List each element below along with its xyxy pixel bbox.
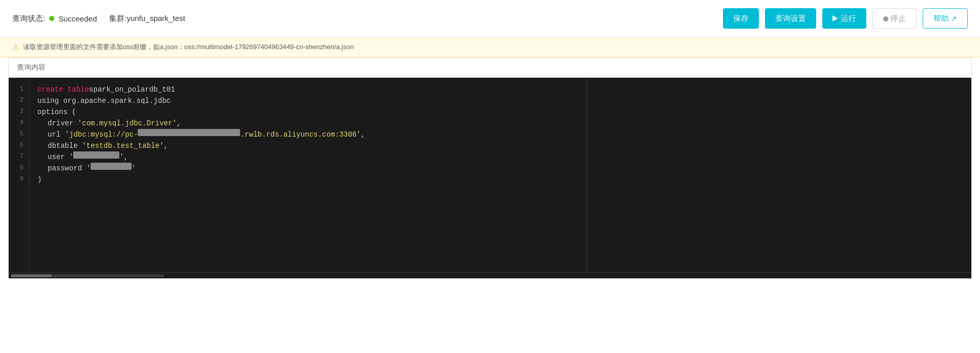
- run-icon: [833, 15, 838, 21]
- stop-icon: [883, 16, 888, 21]
- toolbar-buttons: 保存 查询设置 运行 停止 帮助 ↗: [723, 8, 968, 29]
- code-line-1: create table spark_on_polardb_t01: [37, 84, 586, 95]
- query-settings-button[interactable]: 查询设置: [765, 8, 816, 29]
- code-line-3: options (: [37, 106, 586, 118]
- status-label: 查询状态:: [12, 14, 45, 24]
- line-num-8: 8: [9, 163, 29, 174]
- close-paren: ): [37, 174, 41, 185]
- external-link-icon: ↗: [951, 14, 957, 23]
- line-num-4: 4: [9, 118, 29, 129]
- code-content[interactable]: create table spark_on_polardb_t01 using …: [29, 78, 586, 272]
- status-text: Succeeded: [58, 14, 97, 23]
- code-editor[interactable]: 1 2 3 4 5 6 7 8 9 create: [9, 78, 971, 272]
- line-num-9: 9: [9, 174, 29, 185]
- driver-key: driver: [48, 118, 73, 129]
- user-key: user: [48, 151, 65, 163]
- keyword-create: create: [37, 84, 63, 95]
- driver-val: 'com.mysql.jdbc.Driver': [78, 118, 177, 129]
- page-container: 查询状态: Succeeded 集群:yunfu_spark_test 保存 查…: [0, 0, 980, 353]
- editor-right-panel: [586, 78, 971, 272]
- warning-icon: ⚠: [12, 42, 19, 52]
- password-key: password: [48, 163, 82, 174]
- code-line-2: using org.apache.spark.sql.jdbc: [37, 95, 586, 106]
- cluster-text: 集群:yunfu_spark_test: [109, 14, 185, 24]
- dbtable-val: 'testdb.test_table': [82, 140, 164, 151]
- help-button[interactable]: 帮助 ↗: [923, 8, 968, 29]
- table-name: spark_on_polardb_t01: [89, 84, 175, 95]
- line2-text: using org.apache.spark.sql.jdbc: [37, 95, 171, 106]
- url-redacted: [138, 129, 240, 136]
- scrollbar-track[interactable]: [11, 274, 164, 277]
- line-num-1: 1: [9, 84, 29, 95]
- code-line-8: password ' ': [37, 163, 586, 174]
- status-dot: [49, 16, 54, 21]
- dbtable-key: dbtable: [48, 140, 78, 151]
- keyword-table: table: [68, 84, 89, 95]
- code-line-7: user ' ' ,: [37, 151, 586, 163]
- url-val-post: .rwlb.rds.aliyuncs.com:3306': [240, 129, 360, 140]
- editor-title-bar: 查询内容: [9, 58, 971, 78]
- line-num-5: 5: [9, 129, 29, 140]
- url-key: url: [48, 129, 60, 140]
- save-button[interactable]: 保存: [723, 8, 759, 29]
- warning-bar: ⚠ 读取资源管理里面的文件需要添加oss前缀，如a.json：oss://mul…: [0, 37, 980, 57]
- line-numbers: 1 2 3 4 5 6 7 8 9: [9, 78, 29, 272]
- password-redacted: [91, 163, 132, 170]
- editor-wrapper: 查询内容 1 2 3 4 5 6 7 8 9: [8, 57, 972, 279]
- stop-label: 停止: [890, 14, 906, 23]
- line-num-2: 2: [9, 95, 29, 106]
- space-1: [63, 84, 67, 95]
- code-line-9: ): [37, 174, 586, 185]
- line-num-7: 7: [9, 151, 29, 163]
- stop-button[interactable]: 停止: [872, 8, 917, 29]
- url-val-pre: 'jdbc:mysql://pc-: [65, 129, 138, 140]
- run-label: 运行: [841, 14, 856, 24]
- top-bar: 查询状态: Succeeded 集群:yunfu_spark_test 保存 查…: [0, 0, 980, 37]
- horizontal-scrollbar[interactable]: [9, 272, 971, 278]
- line-num-3: 3: [9, 106, 29, 118]
- line3-text: options (: [37, 106, 76, 118]
- user-redacted: [73, 151, 119, 159]
- code-line-5: url 'jdbc:mysql://pc- .rwlb.rds.aliyuncs…: [37, 129, 586, 140]
- line-num-6: 6: [9, 140, 29, 151]
- code-line-6: dbtable 'testdb.test_table' ,: [37, 140, 586, 151]
- warning-text: 读取资源管理里面的文件需要添加oss前缀，如a.json：oss://multi…: [23, 42, 354, 52]
- code-area: 1 2 3 4 5 6 7 8 9 create: [9, 78, 971, 272]
- query-section: 查询内容 1 2 3 4 5 6 7 8 9: [0, 57, 980, 287]
- editor-title: 查询内容: [17, 63, 46, 71]
- scrollbar-thumb[interactable]: [11, 274, 52, 277]
- help-label: 帮助: [933, 14, 949, 24]
- status-section: 查询状态: Succeeded 集群:yunfu_spark_test: [12, 14, 723, 24]
- code-line-4: driver 'com.mysql.jdbc.Driver' ,: [37, 118, 586, 129]
- run-button[interactable]: 运行: [822, 8, 866, 29]
